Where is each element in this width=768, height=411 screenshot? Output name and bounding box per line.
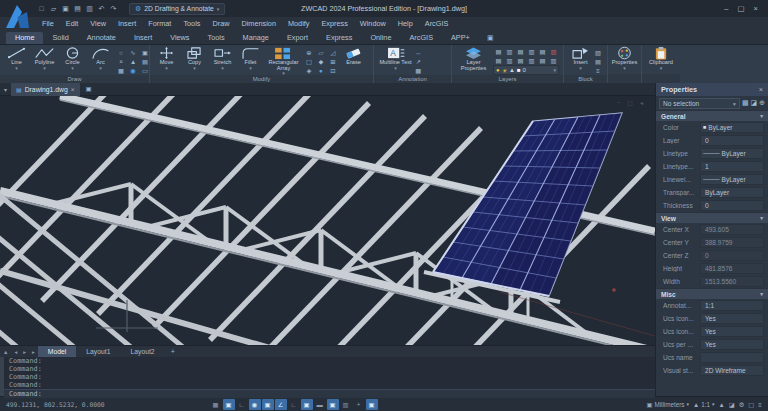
polyline-button[interactable]: Polyline ▾ <box>31 46 58 70</box>
menu-item[interactable]: Format <box>142 17 177 31</box>
panel-label-annotation[interactable]: Annotation <box>374 75 451 83</box>
chevron-down-icon[interactable]: ▾ <box>660 66 663 70</box>
minimize-button[interactable]: – <box>724 4 728 13</box>
ribbon-tab[interactable]: Online <box>361 32 400 44</box>
layer-color-swatch[interactable]: ■ <box>517 67 521 73</box>
quick-access-icon[interactable]: □ <box>36 3 47 14</box>
chevron-down-icon[interactable]: ▾ <box>249 66 252 70</box>
chevron-down-icon[interactable]: ▾ <box>553 68 556 72</box>
layout-tab[interactable]: Layout2 <box>120 346 164 358</box>
fillet-button[interactable]: Fillet ▾ <box>237 46 264 70</box>
status-toggle-icon[interactable]: ∟ <box>236 399 248 410</box>
layer-lock-icon[interactable]: ▲ <box>509 67 515 73</box>
doc-list-chevron-icon[interactable]: ▾ <box>0 86 11 93</box>
section-header-view[interactable]: View ▾ <box>656 212 768 223</box>
status-toggle-icon[interactable]: ▣ <box>301 399 313 410</box>
chevron-down-icon[interactable]: ▾ <box>579 66 582 70</box>
property-value[interactable]: 0 <box>700 135 764 146</box>
close-button[interactable]: × <box>754 4 758 13</box>
viewport-control-icon[interactable]: ‒ <box>617 99 620 106</box>
quick-access-icon[interactable]: ▱ <box>48 3 59 14</box>
layout-nav-icon[interactable]: ▸ <box>20 349 29 355</box>
property-value[interactable]: 1:1 <box>700 300 764 311</box>
layer-state-icon[interactable]: ▥ <box>548 56 559 65</box>
ribbon-tab[interactable]: Export <box>278 32 317 44</box>
status-toggle-icon[interactable]: ▣ <box>223 399 235 410</box>
layer-state-icon[interactable]: ▤ <box>515 47 526 56</box>
menu-item[interactable]: Draw <box>206 17 235 31</box>
multiline-text-button[interactable]: A Multiline Text ▾ <box>377 46 414 70</box>
copy-button[interactable]: Copy ▾ <box>181 46 208 70</box>
properties-palette-button[interactable]: Properties ▾ <box>611 46 638 70</box>
chevron-down-icon[interactable]: ▾ <box>99 66 102 70</box>
layout-tab[interactable]: Model <box>38 346 77 358</box>
status-right-icon[interactable]: ⚙ <box>739 401 745 408</box>
modify-mini-tool-icon[interactable]: ◈ <box>303 66 315 75</box>
quick-access-icon[interactable]: ▥ <box>84 3 95 14</box>
menu-item[interactable]: Window <box>354 17 392 31</box>
insert-block-button[interactable]: Insert ▾ <box>567 46 594 70</box>
ribbon-tab[interactable]: ArcGIS <box>400 32 442 44</box>
status-toggle-icon[interactable]: ▣ <box>366 399 378 410</box>
menu-item[interactable]: Edit <box>60 17 85 31</box>
units-dropdown[interactable]: ▣ Millimeters ▾ <box>646 401 689 408</box>
layer-dropdown[interactable]: ● ☀ ▲ ■ 0 ▾ <box>493 65 559 75</box>
menu-item[interactable]: View <box>84 17 112 31</box>
ribbon-tab[interactable]: Home <box>6 32 43 44</box>
annotation-mini-tool-icon[interactable]: ↗ <box>415 57 421 66</box>
line-button[interactable]: Line ▾ <box>3 46 30 70</box>
document-tab[interactable]: ▤ Drawing1.dwg × <box>11 83 80 96</box>
status-toggle-icon[interactable]: ▦ <box>210 399 222 410</box>
draw-mini-tool-icon[interactable]: ◉ <box>127 66 139 75</box>
block-mini-tool-icon[interactable]: ▤ <box>595 57 601 66</box>
layout-nav-icon[interactable]: ▸ <box>29 349 38 355</box>
ribbon-tab[interactable]: Annotate <box>78 32 125 44</box>
modify-mini-tool-icon[interactable]: ◿ <box>327 48 339 57</box>
status-right-icon[interactable]: ▲ <box>719 401 725 408</box>
selection-tool-icon[interactable]: ▩ <box>742 99 749 107</box>
close-tab-icon[interactable]: × <box>71 86 75 93</box>
move-button[interactable]: Move ▾ <box>153 46 180 70</box>
maximize-button[interactable]: ▢ <box>738 4 745 13</box>
modify-mini-tool-icon[interactable]: ⊕ <box>303 48 315 57</box>
layer-state-icon[interactable]: ▤ <box>537 47 548 56</box>
status-toggle-icon[interactable]: + <box>353 399 365 410</box>
menu-item[interactable]: ArcGIS <box>419 17 455 31</box>
property-value[interactable]: ■ByLayer <box>700 122 764 133</box>
clipboard-button[interactable]: Clipboard ▾ <box>648 46 675 70</box>
annotation-mini-tool-icon[interactable]: ▦ <box>415 66 421 75</box>
ribbon-tab[interactable]: APP+ <box>442 32 479 44</box>
layer-state-icon[interactable]: ▥ <box>504 56 515 65</box>
viewport-control-icon[interactable]: ◂ <box>640 99 643 106</box>
draw-mini-tool-icon[interactable]: ○ <box>115 48 127 57</box>
selection-dropdown[interactable]: No selection ▾ <box>659 98 740 109</box>
ribbon-tab[interactable]: Tools <box>199 32 234 44</box>
ribbon-tab[interactable]: Views <box>161 32 198 44</box>
ribbon-tab[interactable]: Insert <box>125 32 161 44</box>
modify-mini-tool-icon[interactable]: ⊡ <box>327 66 339 75</box>
section-header-misc[interactable]: Misc ▾ <box>656 288 768 299</box>
layer-state-icon[interactable]: ▤ <box>493 47 504 56</box>
property-value[interactable]: Yes <box>700 339 764 350</box>
property-value[interactable]: 1513.5560 <box>700 276 764 287</box>
property-value[interactable]: 2D Wireframe <box>700 365 764 376</box>
layer-state-icon[interactable]: ▤ <box>537 56 548 65</box>
property-value[interactable]: Yes <box>700 313 764 324</box>
layer-state-icon[interactable]: ▤ <box>493 56 504 65</box>
property-value[interactable]: ———ByLayer <box>700 148 764 159</box>
ribbon-collapse-icon[interactable]: ▣ <box>487 34 494 44</box>
status-toggle-icon[interactable]: ▣ <box>327 399 339 410</box>
chevron-down-icon[interactable]: ▾ <box>15 66 18 70</box>
ribbon-tab[interactable]: Solid <box>43 32 77 44</box>
erase-button[interactable]: Erase <box>340 46 367 66</box>
property-value[interactable]: 481.8576 <box>700 263 764 274</box>
layout-nav-icon[interactable]: ▲ <box>0 349 11 355</box>
selection-tool-icon[interactable]: ◪ <box>751 99 758 107</box>
circle-button[interactable]: Circle ▾ <box>59 46 86 70</box>
layer-state-icon[interactable]: ▥ <box>526 47 537 56</box>
annotation-mini-tool-icon[interactable]: ↔ <box>415 48 421 57</box>
status-toggle-icon[interactable]: ▣ <box>262 399 274 410</box>
quick-access-icon[interactable]: ↷ <box>108 3 119 14</box>
annotation-scale-dropdown[interactable]: ▲ 1:1 ▾ <box>693 401 715 408</box>
property-value[interactable]: ———ByLayer <box>700 174 764 185</box>
